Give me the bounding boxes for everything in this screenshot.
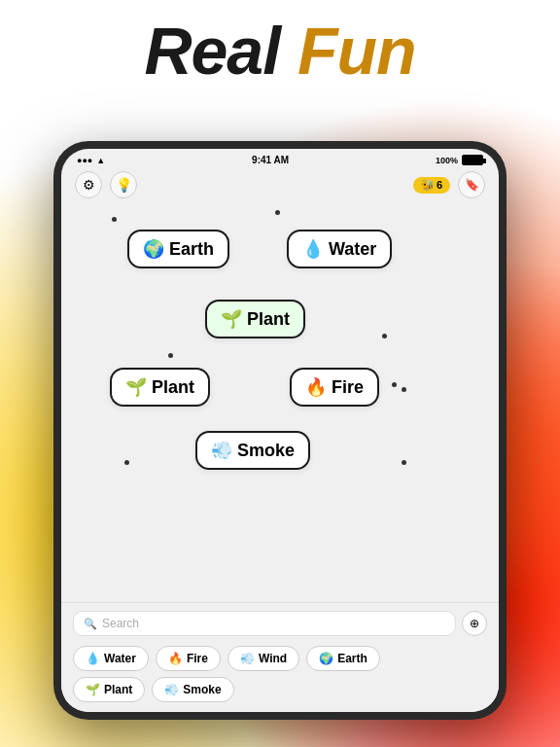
- tray-chip-emoji: 💧: [86, 652, 100, 665]
- battery-icon: [462, 155, 483, 165]
- chip-emoji: 🌍: [143, 238, 164, 260]
- tray-chip-label: Wind: [259, 652, 287, 665]
- tray-chip-wind[interactable]: 💨Wind: [228, 646, 299, 671]
- tray-chip-smoke[interactable]: 💨Smoke: [152, 677, 233, 702]
- tray-chip-label: Plant: [104, 683, 132, 696]
- header: Real Fun: [0, 18, 560, 84]
- decoration-dot: [402, 460, 406, 465]
- canvas-chip-plant-center[interactable]: 🌱Plant: [205, 300, 305, 338]
- hint-button[interactable]: 💡: [110, 171, 137, 198]
- search-placeholder: Search: [102, 617, 139, 630]
- chip-emoji: 🔥: [305, 376, 327, 398]
- chip-label: Water: [329, 239, 376, 260]
- chip-emoji: 🌱: [125, 376, 147, 398]
- tray-chip-emoji: 💨: [240, 652, 255, 665]
- decoration-dot: [275, 210, 280, 215]
- battery-percent: 100%: [436, 156, 458, 165]
- toolbar-left: ⚙ 💡: [75, 171, 137, 198]
- tray-chip-emoji: 🌍: [319, 652, 333, 665]
- signal-indicator: ●●●: [77, 156, 92, 165]
- chip-label: Fire: [332, 377, 364, 398]
- chip-emoji: 💧: [302, 238, 324, 260]
- status-time: 9:41 AM: [252, 155, 289, 165]
- chips-row-2: 🌱Plant💨Smoke: [73, 677, 487, 702]
- tray-chip-label: Water: [104, 652, 136, 665]
- canvas-chip-fire-bottom[interactable]: 🔥Fire: [290, 368, 379, 407]
- canvas-chip-smoke-bottom[interactable]: 💨Smoke: [195, 431, 310, 470]
- bookmark-icon: 🔖: [465, 178, 479, 192]
- chips-tray: 💧Water🔥Fire💨Wind🌍Earth🌱Plant💨Smoke: [61, 642, 499, 712]
- status-bar: ●●● ▲ 9:41 AM 100%: [61, 149, 499, 167]
- toolbar-right: 🐝 6 🔖: [413, 171, 485, 198]
- search-icon: 🔍: [84, 618, 97, 630]
- canvas-chip-plant-bottom[interactable]: 🌱Plant: [110, 368, 210, 407]
- bulb-icon: 💡: [116, 177, 132, 193]
- settings-button[interactable]: ⚙: [75, 171, 102, 198]
- decoration-dot: [392, 382, 397, 387]
- tray-chip-label: Fire: [187, 652, 208, 665]
- tray-chip-emoji: 💨: [164, 683, 179, 696]
- status-right: 100%: [436, 155, 483, 165]
- decoration-dot: [402, 387, 406, 392]
- score-badge: 🐝 6: [413, 177, 450, 194]
- decoration-dot: [124, 460, 129, 465]
- tray-chip-water[interactable]: 💧Water: [73, 646, 149, 671]
- tray-chip-earth[interactable]: 🌍Earth: [306, 646, 380, 671]
- tray-chip-emoji: 🌱: [86, 683, 100, 696]
- chip-label: Plant: [152, 377, 194, 398]
- canvas-area: 🌍Earth💧Water🌱Plant🌱Plant🔥Fire💨Smoke: [61, 202, 499, 602]
- wifi-indicator: ▲: [96, 156, 105, 165]
- ipad-screen: ●●● ▲ 9:41 AM 100% ⚙ 💡 🐝: [61, 149, 499, 712]
- tray-chip-fire[interactable]: 🔥Fire: [156, 646, 221, 671]
- fun-text: Fun: [298, 14, 416, 88]
- score-emoji: 🐝: [421, 179, 435, 192]
- canvas-chip-earth-top[interactable]: 🌍Earth: [127, 230, 229, 268]
- chip-emoji: 💨: [211, 440, 232, 461]
- search-area: 🔍 Search ⊕: [61, 602, 499, 642]
- tray-chip-emoji: 🔥: [168, 652, 183, 665]
- settings-icon: ⚙: [83, 177, 95, 193]
- chip-emoji: 🌱: [221, 308, 242, 330]
- tray-chip-plant[interactable]: 🌱Plant: [73, 677, 145, 702]
- decoration-dot: [382, 334, 387, 338]
- chip-label: Earth: [169, 239, 214, 260]
- filter-button[interactable]: ⊕: [462, 611, 487, 636]
- chips-row-1: 💧Water🔥Fire💨Wind🌍Earth: [73, 646, 487, 671]
- tray-chip-label: Earth: [337, 652, 368, 665]
- real-text: Real: [144, 14, 280, 88]
- ipad-device: ●●● ▲ 9:41 AM 100% ⚙ 💡 🐝: [53, 141, 507, 720]
- tray-chip-label: Smoke: [183, 683, 221, 696]
- header-title: Real Fun: [0, 18, 560, 84]
- chip-label: Smoke: [237, 441, 295, 461]
- decoration-dot: [168, 353, 173, 358]
- chip-label: Plant: [247, 309, 290, 330]
- score-count: 6: [437, 179, 442, 191]
- decoration-dot: [112, 217, 117, 222]
- status-left: ●●● ▲: [77, 156, 105, 165]
- canvas-chip-water-top[interactable]: 💧Water: [287, 230, 392, 268]
- toolbar: ⚙ 💡 🐝 6 🔖: [61, 167, 499, 202]
- bookmark-button[interactable]: 🔖: [458, 171, 485, 198]
- search-bar[interactable]: 🔍 Search: [73, 611, 456, 636]
